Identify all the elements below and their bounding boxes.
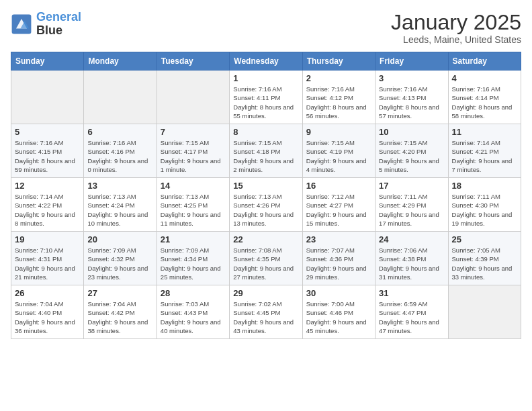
day-info: Sunrise: 7:15 AM Sunset: 4:18 PM Dayligh…: [233, 138, 298, 174]
day-info: Sunrise: 7:16 AM Sunset: 4:12 PM Dayligh…: [306, 85, 371, 120]
day-info: Sunrise: 7:14 AM Sunset: 4:22 PM Dayligh…: [15, 192, 80, 228]
weekday-header-monday: Monday: [84, 52, 157, 71]
day-number: 15: [233, 181, 298, 191]
day-number: 21: [161, 234, 226, 244]
day-info: Sunrise: 7:13 AM Sunset: 4:24 PM Dayligh…: [87, 192, 152, 228]
day-info: Sunrise: 7:05 AM Sunset: 4:39 PM Dayligh…: [452, 246, 517, 281]
day-info: Sunrise: 7:10 AM Sunset: 4:31 PM Dayligh…: [15, 246, 80, 281]
day-number: 30: [306, 288, 371, 298]
calendar-cell: 20Sunrise: 7:09 AM Sunset: 4:32 PM Dayli…: [84, 232, 157, 285]
day-number: 8: [233, 127, 298, 137]
day-number: 18: [452, 181, 517, 191]
day-number: 9: [306, 127, 371, 137]
weekday-header-wednesday: Wednesday: [230, 52, 302, 71]
calendar-week-5: 26Sunrise: 7:04 AM Sunset: 4:40 PM Dayli…: [11, 285, 521, 339]
day-info: Sunrise: 7:16 AM Sunset: 4:13 PM Dayligh…: [379, 85, 444, 120]
day-number: 19: [15, 234, 80, 244]
calendar-cell: 25Sunrise: 7:05 AM Sunset: 4:39 PM Dayli…: [448, 232, 521, 285]
calendar-cell: 24Sunrise: 7:06 AM Sunset: 4:38 PM Dayli…: [375, 232, 448, 285]
calendar-cell: 6Sunrise: 7:16 AM Sunset: 4:16 PM Daylig…: [84, 124, 157, 178]
day-info: Sunrise: 6:59 AM Sunset: 4:47 PM Dayligh…: [379, 300, 444, 335]
calendar-cell: 22Sunrise: 7:08 AM Sunset: 4:35 PM Dayli…: [230, 232, 302, 285]
calendar-cell: 1Sunrise: 7:16 AM Sunset: 4:11 PM Daylig…: [230, 71, 302, 124]
logo-text: General Blue: [36, 11, 81, 38]
calendar-cell: 3Sunrise: 7:16 AM Sunset: 4:13 PM Daylig…: [375, 71, 448, 124]
day-number: 6: [87, 127, 152, 137]
calendar-cell: 7Sunrise: 7:15 AM Sunset: 4:17 PM Daylig…: [157, 124, 229, 178]
day-info: Sunrise: 7:04 AM Sunset: 4:42 PM Dayligh…: [87, 300, 152, 335]
day-info: Sunrise: 7:15 AM Sunset: 4:20 PM Dayligh…: [379, 138, 444, 174]
calendar-header-row: SundayMondayTuesdayWednesdayThursdayFrid…: [11, 52, 521, 71]
logo-icon: [11, 13, 32, 35]
day-number: 17: [379, 181, 444, 191]
location: Leeds, Maine, United States: [391, 34, 521, 45]
day-number: 22: [233, 234, 298, 244]
day-number: 3: [379, 73, 444, 83]
day-number: 10: [379, 127, 444, 137]
weekday-header-friday: Friday: [375, 52, 448, 71]
page-header: General Blue January 2025 Leeds, Maine, …: [11, 11, 521, 45]
day-number: 27: [87, 288, 152, 298]
day-number: 14: [161, 181, 226, 191]
calendar-week-1: 1Sunrise: 7:16 AM Sunset: 4:11 PM Daylig…: [11, 71, 521, 124]
day-info: Sunrise: 7:13 AM Sunset: 4:25 PM Dayligh…: [161, 192, 226, 228]
calendar-week-4: 19Sunrise: 7:10 AM Sunset: 4:31 PM Dayli…: [11, 232, 521, 285]
day-number: 1: [233, 73, 298, 83]
calendar-cell: 31Sunrise: 6:59 AM Sunset: 4:47 PM Dayli…: [375, 285, 448, 339]
day-info: Sunrise: 7:16 AM Sunset: 4:15 PM Dayligh…: [15, 138, 80, 174]
day-number: 28: [161, 288, 226, 298]
day-info: Sunrise: 7:09 AM Sunset: 4:34 PM Dayligh…: [161, 246, 226, 281]
day-info: Sunrise: 7:03 AM Sunset: 4:43 PM Dayligh…: [161, 300, 226, 335]
day-info: Sunrise: 7:07 AM Sunset: 4:36 PM Dayligh…: [306, 246, 371, 281]
day-number: 25: [452, 234, 517, 244]
day-number: 31: [379, 288, 444, 298]
day-number: 11: [452, 127, 517, 137]
day-info: Sunrise: 7:15 AM Sunset: 4:17 PM Dayligh…: [161, 138, 226, 174]
calendar-cell: [448, 285, 521, 339]
calendar-cell: 15Sunrise: 7:13 AM Sunset: 4:26 PM Dayli…: [230, 178, 302, 232]
day-number: 12: [15, 181, 80, 191]
calendar-cell: 10Sunrise: 7:15 AM Sunset: 4:20 PM Dayli…: [375, 124, 448, 178]
day-number: 5: [15, 127, 80, 137]
weekday-header-sunday: Sunday: [11, 52, 84, 71]
day-number: 16: [306, 181, 371, 191]
day-info: Sunrise: 7:11 AM Sunset: 4:30 PM Dayligh…: [452, 192, 517, 228]
calendar-cell: 13Sunrise: 7:13 AM Sunset: 4:24 PM Dayli…: [84, 178, 157, 232]
month-title: January 2025: [391, 11, 521, 34]
calendar-cell: 14Sunrise: 7:13 AM Sunset: 4:25 PM Dayli…: [157, 178, 229, 232]
day-info: Sunrise: 7:08 AM Sunset: 4:35 PM Dayligh…: [233, 246, 298, 281]
calendar-cell: 26Sunrise: 7:04 AM Sunset: 4:40 PM Dayli…: [11, 285, 84, 339]
day-number: 20: [87, 234, 152, 244]
weekday-header-saturday: Saturday: [448, 52, 521, 71]
day-info: Sunrise: 7:09 AM Sunset: 4:32 PM Dayligh…: [87, 246, 152, 281]
calendar-cell: 9Sunrise: 7:15 AM Sunset: 4:19 PM Daylig…: [302, 124, 375, 178]
calendar-cell: 8Sunrise: 7:15 AM Sunset: 4:18 PM Daylig…: [230, 124, 302, 178]
calendar-week-3: 12Sunrise: 7:14 AM Sunset: 4:22 PM Dayli…: [11, 178, 521, 232]
day-info: Sunrise: 7:06 AM Sunset: 4:38 PM Dayligh…: [379, 246, 444, 281]
day-info: Sunrise: 7:16 AM Sunset: 4:11 PM Dayligh…: [233, 85, 298, 120]
calendar-week-2: 5Sunrise: 7:16 AM Sunset: 4:15 PM Daylig…: [11, 124, 521, 178]
calendar-cell: 17Sunrise: 7:11 AM Sunset: 4:29 PM Dayli…: [375, 178, 448, 232]
calendar-cell: 29Sunrise: 7:02 AM Sunset: 4:45 PM Dayli…: [230, 285, 302, 339]
day-number: 7: [161, 127, 226, 137]
day-number: 23: [306, 234, 371, 244]
calendar-cell: 21Sunrise: 7:09 AM Sunset: 4:34 PM Dayli…: [157, 232, 229, 285]
day-info: Sunrise: 7:14 AM Sunset: 4:21 PM Dayligh…: [452, 138, 517, 174]
calendar-cell: 19Sunrise: 7:10 AM Sunset: 4:31 PM Dayli…: [11, 232, 84, 285]
calendar-cell: 5Sunrise: 7:16 AM Sunset: 4:15 PM Daylig…: [11, 124, 84, 178]
day-info: Sunrise: 7:12 AM Sunset: 4:27 PM Dayligh…: [306, 192, 371, 228]
calendar-cell: 28Sunrise: 7:03 AM Sunset: 4:43 PM Dayli…: [157, 285, 229, 339]
calendar-body: 1Sunrise: 7:16 AM Sunset: 4:11 PM Daylig…: [11, 71, 521, 339]
calendar-table: SundayMondayTuesdayWednesdayThursdayFrid…: [11, 52, 521, 339]
day-info: Sunrise: 7:04 AM Sunset: 4:40 PM Dayligh…: [15, 300, 80, 335]
day-info: Sunrise: 7:11 AM Sunset: 4:29 PM Dayligh…: [379, 192, 444, 228]
calendar-cell: [84, 71, 157, 124]
day-info: Sunrise: 7:16 AM Sunset: 4:14 PM Dayligh…: [452, 85, 517, 120]
day-number: 13: [87, 181, 152, 191]
calendar-cell: 11Sunrise: 7:14 AM Sunset: 4:21 PM Dayli…: [448, 124, 521, 178]
calendar-cell: 30Sunrise: 7:00 AM Sunset: 4:46 PM Dayli…: [302, 285, 375, 339]
day-info: Sunrise: 7:13 AM Sunset: 4:26 PM Dayligh…: [233, 192, 298, 228]
calendar-cell: 16Sunrise: 7:12 AM Sunset: 4:27 PM Dayli…: [302, 178, 375, 232]
day-info: Sunrise: 7:00 AM Sunset: 4:46 PM Dayligh…: [306, 300, 371, 335]
title-block: January 2025 Leeds, Maine, United States: [391, 11, 521, 45]
